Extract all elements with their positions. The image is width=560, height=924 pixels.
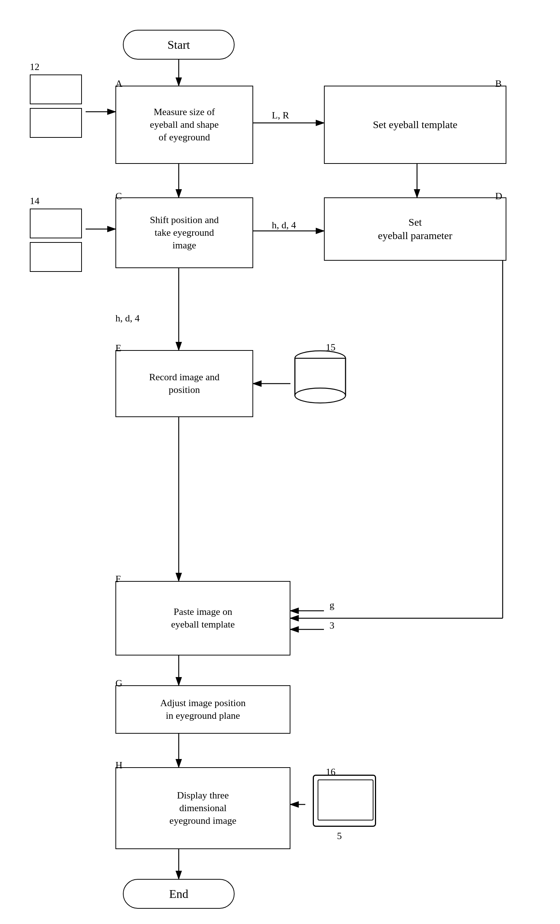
box-e-label: Record image and position — [149, 371, 219, 396]
box-f: Paste image on eyeball template — [115, 581, 290, 656]
label-g: g — [329, 600, 334, 611]
box-h: Display three dimensional eyeground imag… — [115, 767, 290, 849]
ref-box-12-top — [30, 75, 82, 104]
monitor-icon — [313, 775, 376, 827]
label-C: C — [115, 190, 122, 202]
label-H: H — [115, 760, 123, 771]
box-e: Record image and position — [115, 350, 253, 417]
box-a-label: Measure size of eyeball and shape of eye… — [150, 106, 219, 143]
box-g: Adjust image position in eyeground plane — [115, 685, 290, 734]
svg-point-21 — [295, 388, 346, 403]
label-D: D — [495, 190, 502, 202]
start-node: Start — [123, 30, 235, 60]
ref-box-14-top — [30, 208, 82, 238]
label-hd4-2: h, d, 4 — [115, 313, 140, 324]
box-g-label: Adjust image position in eyeground plane — [160, 697, 246, 722]
cylinder-15 — [294, 350, 346, 410]
ref-box-14-bottom — [30, 242, 82, 272]
label-E: E — [115, 343, 121, 354]
box-d: Set eyeball parameter — [324, 197, 506, 261]
box-b: Set eyeball template — [324, 86, 506, 164]
ref-box-12-bottom — [30, 108, 82, 138]
box-c-label: Shift position and take eyeground image — [150, 214, 219, 251]
label-lr: L, R — [272, 110, 289, 121]
label-16: 16 — [326, 766, 335, 778]
label-G: G — [115, 678, 123, 689]
box-b-label: Set eyeball template — [373, 118, 457, 132]
label-15: 15 — [326, 342, 335, 353]
label-B: B — [495, 78, 502, 89]
label-A: A — [115, 78, 123, 89]
diagram-container: Start Measure size of eyeball and shape … — [0, 0, 560, 924]
label-hd4-1: h, d, 4 — [272, 220, 296, 231]
box-d-label: Set eyeball parameter — [378, 216, 452, 243]
label-5: 5 — [337, 831, 342, 842]
label-14: 14 — [30, 195, 39, 207]
box-f-label: Paste image on eyeball template — [171, 606, 235, 631]
label-3: 3 — [329, 620, 334, 631]
end-node: End — [123, 879, 235, 909]
box-a: Measure size of eyeball and shape of eye… — [115, 86, 253, 164]
label-F: F — [115, 573, 121, 585]
box-h-label: Display three dimensional eyeground imag… — [169, 789, 237, 827]
box-c: Shift position and take eyeground image — [115, 197, 253, 268]
label-12: 12 — [30, 62, 39, 73]
